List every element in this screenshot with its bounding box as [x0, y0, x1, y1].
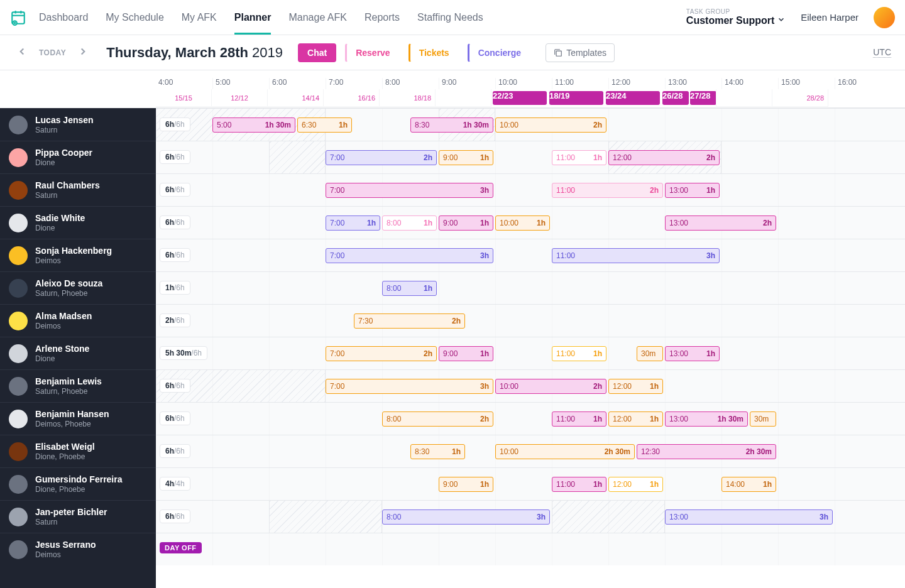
agent-row[interactable]: Gumersindo FerreiraDione, Phoebe — [0, 467, 156, 500]
task-block-tickets[interactable]: 8:301h — [410, 444, 465, 459]
next-day-button[interactable] — [75, 43, 91, 62]
avatar[interactable] — [874, 7, 895, 28]
task-block-concierge[interactable]: 8:003h — [382, 509, 550, 525]
task-block-concierge[interactable]: 11:003h — [552, 248, 720, 263]
task-block-tickets-lt[interactable]: 11:001h — [552, 346, 606, 361]
avatar — [9, 279, 28, 298]
agent-row[interactable]: Raul ChambersSaturn — [0, 173, 156, 206]
task-block-tickets[interactable]: 9:001h — [439, 150, 493, 165]
agent-row[interactable]: Alma MadsenDeimos — [0, 304, 156, 337]
schedule-row: DAY OFF — [156, 533, 905, 565]
schedule-row: 6h/6h7:002h9:001h11:001h12:002h — [156, 141, 905, 173]
task-block-tickets[interactable]: 14:001h — [721, 477, 776, 492]
agent-team: Dione — [35, 224, 85, 232]
agent-name: Lucas Jensen — [35, 115, 94, 126]
task-group-label: TASK GROUP — [686, 8, 786, 15]
agent-team: Dione — [35, 158, 92, 167]
schedule-row: 4h/4h9:001h11:001h12:001h14:001h — [156, 467, 905, 500]
task-block-tickets[interactable]: 6:301h — [297, 117, 352, 133]
calendar-icon — [10, 9, 26, 26]
task-block-concierge[interactable]: 13:003h — [665, 509, 833, 525]
avatar — [9, 540, 28, 559]
agent-row[interactable]: Benjamin LewisSaturn, Phoebe — [0, 369, 156, 402]
nav-manage-afk[interactable]: Manage AFK — [288, 0, 347, 35]
task-block-tickets[interactable]: 12:001h — [608, 411, 663, 427]
agent-team: Deimos — [35, 550, 96, 559]
task-block-chat[interactable]: 9:001h — [439, 215, 493, 231]
nav-my-schedule[interactable]: My Schedule — [106, 0, 164, 35]
task-block-tickets[interactable]: 7:302h — [354, 313, 465, 329]
filter-concierge[interactable]: Concierge — [468, 43, 530, 62]
schedule-row: 1h/6h8:001h — [156, 271, 905, 304]
task-block-concierge[interactable]: 7:003h — [326, 248, 493, 263]
nav-dashboard[interactable]: Dashboard — [39, 0, 88, 35]
agent-name: Raul Chambers — [35, 180, 100, 191]
agent-row[interactable]: Lucas JensenSaturn — [0, 108, 156, 141]
agent-row[interactable]: Sadie WhiteDione — [0, 206, 156, 239]
hour-label: 5:00 — [212, 78, 269, 89]
task-block-chat[interactable]: 11:001h — [552, 477, 606, 492]
agent-row[interactable]: Sonja HackenbergDeimos — [0, 239, 156, 271]
agent-row[interactable]: Elisabet WeiglDione, Phoebe — [0, 435, 156, 467]
task-block-tickets[interactable]: 10:002h — [495, 117, 606, 133]
task-block-reserve-lt[interactable]: 8:001h — [382, 215, 437, 231]
task-block-concierge[interactable]: 8:001h — [382, 281, 437, 296]
agent-row[interactable]: Arlene StoneDione — [0, 337, 156, 369]
agent-row[interactable]: Benjamin HansenDeimos, Phoebe — [0, 402, 156, 435]
task-block-chat[interactable]: 8:301h 30m — [410, 117, 493, 133]
nav-my-afk[interactable]: My AFK — [182, 0, 217, 35]
task-block-chat[interactable]: 13:001h 30m — [665, 411, 748, 427]
filter-chat[interactable]: Chat — [298, 43, 336, 62]
task-block-tickets[interactable]: 7:003h — [326, 379, 493, 394]
task-block-tickets[interactable]: 8:002h — [382, 411, 493, 427]
task-block-tickets[interactable]: 9:001h — [439, 477, 493, 492]
task-block-chat[interactable]: 12:302h 30m — [637, 444, 776, 459]
task-block-tickets[interactable]: 30m — [750, 411, 776, 427]
hour-label: 8:00 — [382, 78, 439, 89]
task-block-tickets[interactable]: 7:002h — [326, 346, 437, 361]
task-block-tickets[interactable]: 10:002h 30m — [495, 444, 635, 459]
task-block-chat[interactable]: 12:002h — [608, 150, 720, 165]
user-name[interactable]: Eileen Harper — [801, 12, 858, 23]
task-block-chat[interactable]: 13:001h — [665, 346, 720, 361]
agent-row[interactable]: Jesus SerranoDeimos — [0, 533, 156, 565]
schedule-row: 6h/6h5:001h 30m6:301h8:301h 30m10:002h — [156, 108, 905, 141]
task-block-tickets-lt[interactable]: 12:001h — [608, 477, 663, 492]
hour-label: 12:00 — [608, 78, 665, 89]
task-group-picker[interactable]: TASK GROUP Customer Support — [686, 8, 786, 26]
today-button[interactable]: TODAY — [39, 48, 66, 57]
filter-reserve[interactable]: Reserve — [345, 43, 400, 62]
agent-row[interactable]: Aleixo De souzaSaturn, Phoebe — [0, 271, 156, 304]
agent-row[interactable]: Pippa CooperDione — [0, 141, 156, 173]
agent-row[interactable]: Jan-peter BichlerSaturn — [0, 500, 156, 533]
templates-button[interactable]: Templates — [546, 43, 615, 62]
task-block-chat[interactable]: 7:003h — [326, 183, 493, 198]
capacity-cell: 27/28 — [690, 91, 716, 105]
prev-day-button[interactable] — [14, 43, 30, 62]
task-block-chat[interactable]: 13:001h — [665, 183, 720, 198]
task-block-chat[interactable]: 10:002h — [495, 379, 606, 394]
nav-staffing-needs[interactable]: Staffing Needs — [417, 0, 483, 35]
task-block-tickets[interactable]: 10:001h — [495, 215, 550, 231]
nav-reports[interactable]: Reports — [365, 0, 400, 35]
task-block-concierge[interactable]: 7:001h — [326, 215, 380, 231]
avatar — [9, 116, 28, 134]
capacity-cell: 23/24 — [606, 91, 660, 105]
task-block-chat[interactable]: 13:002h — [665, 215, 776, 231]
task-block-reserve[interactable]: 11:002h — [552, 183, 663, 198]
task-block-chat[interactable]: 9:001h — [439, 346, 493, 361]
task-block-chat[interactable]: 11:001h — [552, 411, 606, 427]
avatar — [9, 148, 28, 167]
timezone-button[interactable]: UTC — [873, 47, 891, 58]
task-block-chat[interactable]: 5:001h 30m — [212, 117, 295, 133]
task-block-tickets[interactable]: 30m — [637, 346, 663, 361]
filter-tickets[interactable]: Tickets — [409, 43, 459, 62]
agent-name: Alma Madsen — [35, 311, 92, 322]
task-block-reserve-lt[interactable]: 11:001h — [552, 150, 606, 165]
capacity-cell: 26/28 — [662, 91, 689, 105]
nav-planner[interactable]: Planner — [234, 0, 272, 35]
task-block-tickets[interactable]: 12:001h — [608, 379, 663, 394]
topbar: DashboardMy ScheduleMy AFKPlannerManage … — [0, 0, 905, 35]
capacity-cell: 18/19 — [549, 91, 603, 105]
task-block-concierge[interactable]: 7:002h — [326, 150, 437, 165]
